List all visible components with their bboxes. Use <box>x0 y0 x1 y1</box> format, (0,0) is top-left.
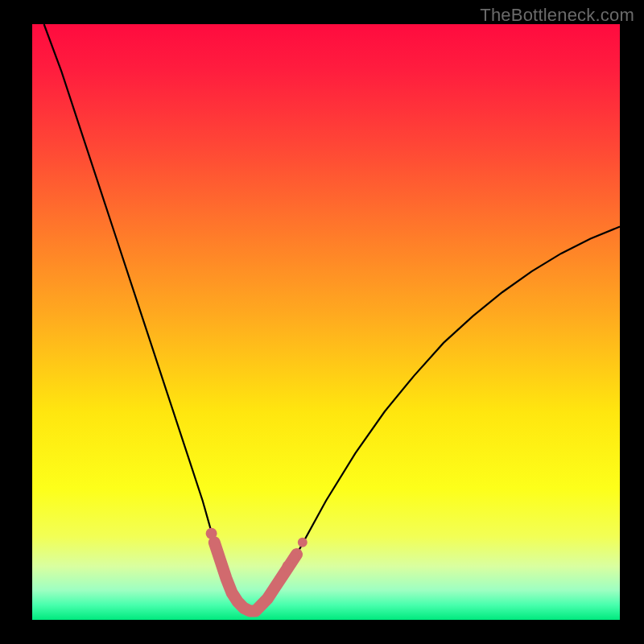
chart-frame: TheBottleneck.com <box>0 0 644 644</box>
plot-background <box>32 24 620 620</box>
bottleneck-chart <box>0 0 644 644</box>
marker-dot <box>283 560 294 572</box>
marker-dot <box>298 538 308 547</box>
watermark-text: TheBottleneck.com <box>480 5 634 26</box>
marker-dot <box>206 528 217 539</box>
marker-dot <box>289 552 299 562</box>
